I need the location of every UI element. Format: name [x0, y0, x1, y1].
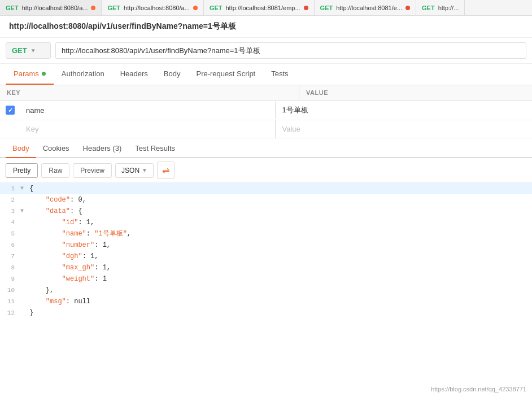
tab-url-3: http://localhost:8081/emp... — [226, 5, 300, 11]
tab-authorization[interactable]: Authorization — [54, 64, 112, 85]
request-tabs: Params Authorization Headers Body Pre-re… — [0, 64, 532, 85]
tab-method-2: GET — [107, 5, 120, 11]
method-select[interactable]: GET ▼ — [6, 42, 51, 59]
tab-dot-3 — [304, 6, 308, 10]
tab-params[interactable]: Params — [6, 64, 54, 85]
code-line-7: 7 "dgh": 1, — [0, 251, 532, 262]
top-tab-1[interactable]: GET http://localhost:8080/a... — [0, 0, 102, 15]
wrap-button[interactable]: ⇌ — [157, 162, 175, 179]
code-line-8: 8 "max_gh": 1, — [0, 262, 532, 273]
chevron-down-icon: ▼ — [30, 47, 36, 54]
resp-toolbar: Pretty Raw Preview JSON ▼ ⇌ — [0, 158, 532, 183]
code-line-1: 1 ▼ { — [0, 183, 532, 194]
format-select[interactable]: JSON ▼ — [115, 163, 154, 178]
tab-method-4: GET — [320, 5, 333, 11]
method-value: GET — [12, 46, 27, 55]
tab-dot-4 — [405, 6, 410, 10]
code-line-11: 11 "msg": null — [0, 296, 532, 307]
param-value-placeholder[interactable]: Value — [276, 120, 533, 138]
top-tab-3[interactable]: GET http://localhost:8081/emp... — [204, 0, 315, 15]
checkbox-1[interactable] — [6, 106, 15, 115]
tab-prerequest[interactable]: Pre-request Script — [188, 64, 263, 85]
format-chevron-icon: ▼ — [142, 167, 147, 173]
resp-tab-testresults[interactable]: Test Results — [128, 139, 182, 158]
code-line-10: 10 }, — [0, 285, 532, 296]
code-line-6: 6 "number": 1, — [0, 239, 532, 251]
param-row-placeholder: Key Value — [0, 120, 532, 138]
wrap-icon: ⇌ — [162, 165, 169, 176]
raw-button[interactable]: Raw — [41, 163, 69, 178]
tab-dot-2 — [193, 6, 198, 10]
code-viewer[interactable]: 1 ▼ { 2 "code": 0, 3 ▼ "data": { 4 "id":… — [0, 183, 532, 319]
code-line-9: 9 "weight": 1 — [0, 273, 532, 285]
resp-tab-body[interactable]: Body — [6, 139, 36, 158]
param-key-1[interactable]: name — [20, 102, 276, 119]
tab-headers[interactable]: Headers — [112, 64, 156, 85]
code-line-2: 2 "code": 0, — [0, 194, 532, 206]
tab-url-4: http://localhost:8081/e... — [336, 5, 402, 11]
param-key-placeholder[interactable]: Key — [20, 120, 276, 138]
top-tab-4[interactable]: GET http://localhost:8081/e... — [315, 0, 416, 15]
pretty-button[interactable]: Pretty — [6, 163, 38, 178]
code-line-5: 5 "name": "1号单板", — [0, 228, 532, 239]
param-value-1[interactable]: 1号单板 — [276, 101, 533, 120]
top-tabs-bar: GET http://localhost:8080/a... GET http:… — [0, 0, 532, 16]
preview-button[interactable]: Preview — [73, 163, 112, 178]
code-line-3: 3 ▼ "data": { — [0, 206, 532, 217]
resp-tab-headers[interactable]: Headers (3) — [76, 139, 129, 158]
top-tab-5[interactable]: GET http://... — [416, 0, 465, 15]
param-check-1[interactable] — [0, 106, 20, 115]
tab-method-1: GET — [6, 5, 19, 11]
tab-body[interactable]: Body — [156, 64, 189, 85]
tab-method-3: GET — [210, 5, 223, 11]
tab-method-5: GET — [422, 5, 435, 11]
tab-dot-1 — [91, 6, 95, 10]
url-display: http://localhost:8080/api/v1/user/findBy… — [0, 16, 532, 38]
response-tabs: Body Cookies Headers (3) Test Results — [0, 139, 532, 158]
params-header: KEY VALUE — [0, 85, 532, 101]
url-input[interactable] — [55, 42, 526, 59]
tab-tests[interactable]: Tests — [263, 64, 296, 85]
params-dot — [42, 72, 46, 76]
top-tab-2[interactable]: GET http://localhost:8080/a... — [102, 0, 203, 15]
code-line-12: 12 } — [0, 307, 532, 319]
watermark: https://blog.csdn.net/qq_42338771 — [431, 386, 526, 392]
param-row-1: name 1号单板 — [0, 101, 532, 120]
code-line-4: 4 "id": 1, — [0, 217, 532, 228]
key-header: KEY — [0, 85, 299, 100]
tab-url-5: http://... — [438, 5, 459, 11]
tab-url-1: http://localhost:8080/a... — [22, 5, 88, 11]
request-row: GET ▼ — [0, 38, 532, 64]
resp-tab-cookies[interactable]: Cookies — [36, 139, 76, 158]
tab-url-2: http://localhost:8080/a... — [124, 5, 190, 11]
value-header: VALUE — [299, 85, 532, 100]
